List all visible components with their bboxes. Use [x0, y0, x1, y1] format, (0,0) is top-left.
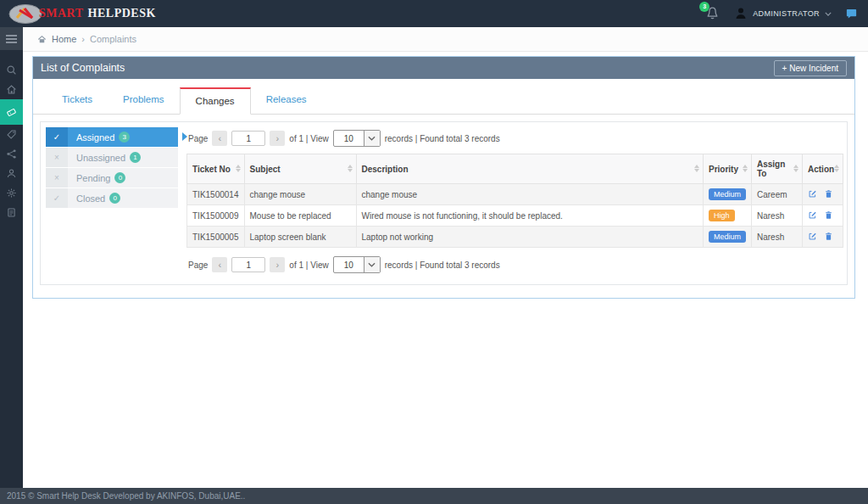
complaints-panel: List of Complaints + New Incident Ticket…	[32, 56, 855, 299]
cell-action	[803, 227, 843, 248]
gear-icon[interactable]	[0, 183, 23, 203]
status-count-badge: 1	[130, 152, 141, 163]
cell-action	[803, 205, 843, 227]
edit-icon[interactable]	[808, 232, 817, 241]
sort-icon	[743, 165, 748, 172]
header-priority[interactable]: Priority	[703, 154, 751, 184]
edit-icon[interactable]	[808, 210, 817, 220]
of-pages-label: of 1 | View	[289, 134, 328, 143]
page-label: Page	[188, 134, 208, 143]
edit-icon[interactable]	[808, 189, 817, 199]
delete-icon[interactable]	[824, 232, 833, 241]
header-ticket-no[interactable]: Ticket No	[187, 154, 245, 184]
prev-page-button[interactable]: ‹	[212, 131, 227, 146]
home-icon[interactable]	[0, 80, 23, 99]
page-number-input[interactable]	[231, 131, 265, 146]
sidebar	[0, 27, 23, 488]
tab-bar: Tickets Problems Changes Releases	[33, 79, 854, 115]
page-title: List of Complaints	[41, 62, 125, 74]
status-label: Closed	[76, 193, 105, 204]
tab-problems[interactable]: Problems	[108, 87, 180, 114]
x-icon: ×	[46, 148, 68, 167]
table-row[interactable]: TIK1500014 change mouse change mouse Med…	[187, 184, 843, 205]
cell-priority: High	[703, 205, 751, 227]
records-per-page-select[interactable]: 10	[333, 130, 381, 147]
delete-icon[interactable]	[824, 210, 833, 220]
report-icon[interactable]	[0, 203, 23, 222]
next-page-button[interactable]: ›	[270, 257, 285, 272]
cell-subject: Mouse to be replaced	[244, 205, 356, 227]
table-row[interactable]: TIK1500005 Laptop screen blank Laptop no…	[187, 227, 843, 248]
status-item-unassigned[interactable]: × Unassigned 1	[46, 148, 178, 167]
status-item-assigned[interactable]: ✓ Assigned 3	[46, 127, 178, 147]
complaints-table: Ticket No Subject Description Priority A…	[186, 154, 843, 248]
app-logo[interactable]: SMART HELPDESK	[0, 3, 156, 25]
x-icon: ×	[46, 168, 68, 188]
breadcrumb-home[interactable]: Home	[52, 34, 76, 44]
chevron-down-icon	[825, 12, 832, 16]
records-found-label: records | Found total 3 records	[385, 134, 500, 143]
cell-assign-to: Naresh	[752, 205, 803, 227]
sort-icon	[694, 165, 699, 172]
cell-subject: Laptop screen blank	[244, 227, 356, 248]
cell-priority: Medium	[703, 184, 751, 205]
status-count-badge: 0	[114, 172, 125, 183]
header-subject[interactable]: Subject	[244, 154, 356, 184]
brand-helpdesk: HELPDESK	[88, 7, 156, 20]
records-per-page-value: 10	[334, 131, 364, 146]
notifications-button[interactable]: 3	[705, 6, 721, 21]
breadcrumb-separator: ›	[81, 34, 85, 44]
status-label: Assigned	[76, 132, 114, 143]
chevron-down-icon	[364, 131, 380, 146]
header-action[interactable]: Action	[803, 154, 843, 184]
cell-ticket-no: TIK1500005	[187, 227, 245, 248]
next-page-button[interactable]: ›	[270, 131, 285, 146]
topbar: SMART HELPDESK 3 ADMINISTRATOR	[0, 0, 868, 27]
user-label: ADMINISTRATOR	[753, 9, 820, 18]
tab-changes[interactable]: Changes	[180, 87, 251, 115]
records-per-page-value: 10	[334, 257, 364, 272]
tab-releases[interactable]: Releases	[251, 87, 322, 114]
pagination-top: Page ‹ › of 1 | View 10 records | Found …	[188, 130, 843, 147]
tag-icon[interactable]	[0, 125, 23, 144]
page-number-input[interactable]	[231, 257, 265, 272]
prev-page-button[interactable]: ‹	[212, 257, 227, 272]
footer: 2015 © Smart Help Desk Developed by AKIN…	[0, 488, 868, 504]
priority-badge: Medium	[709, 231, 746, 243]
user-menu[interactable]: ADMINISTRATOR	[734, 7, 832, 20]
user-avatar-icon	[734, 7, 748, 20]
cell-assign-to: Careem	[752, 184, 803, 205]
status-item-closed[interactable]: ✓ Closed 0	[46, 188, 178, 208]
share-icon[interactable]	[0, 144, 23, 164]
status-count-badge: 3	[119, 132, 130, 143]
new-incident-button[interactable]: + New Incident	[774, 60, 847, 76]
footer-text: 2015 © Smart Help Desk Developed by AKIN…	[7, 491, 245, 501]
header-assign-to[interactable]: Assign To	[752, 154, 803, 184]
pagination-bottom: Page ‹ › of 1 | View 10 records | Found …	[188, 256, 843, 273]
header-description[interactable]: Description	[356, 154, 703, 184]
table-row[interactable]: TIK1500009 Mouse to be replaced Wired mo…	[187, 205, 843, 227]
cell-action	[803, 184, 843, 205]
search-icon[interactable]	[0, 60, 23, 80]
tab-tickets[interactable]: Tickets	[47, 87, 108, 114]
tab-content: ✓ Assigned 3 × Unassigned 1 ×	[40, 121, 848, 285]
status-item-pending[interactable]: × Pending 0	[46, 168, 178, 188]
menu-icon[interactable]	[0, 27, 23, 50]
users-icon[interactable]	[0, 164, 23, 183]
priority-badge: High	[709, 210, 735, 221]
table-area: Page ‹ › of 1 | View 10 records | Found …	[186, 126, 843, 280]
priority-badge: Medium	[709, 188, 746, 200]
breadcrumb-current: Complaints	[90, 34, 136, 44]
check-icon: ✓	[46, 127, 68, 147]
records-per-page-select[interactable]: 10	[333, 256, 381, 273]
status-menu: ✓ Assigned 3 × Unassigned 1 ×	[46, 127, 178, 280]
home-icon	[37, 35, 47, 44]
sort-icon	[793, 165, 798, 172]
panel-header: List of Complaints + New Incident	[33, 57, 854, 79]
delete-icon[interactable]	[824, 189, 833, 199]
check-icon: ✓	[46, 188, 68, 208]
chat-icon[interactable]	[845, 8, 858, 20]
ticket-icon[interactable]	[0, 99, 23, 125]
cell-subject: change mouse	[244, 184, 356, 205]
chevron-down-icon	[364, 257, 380, 272]
